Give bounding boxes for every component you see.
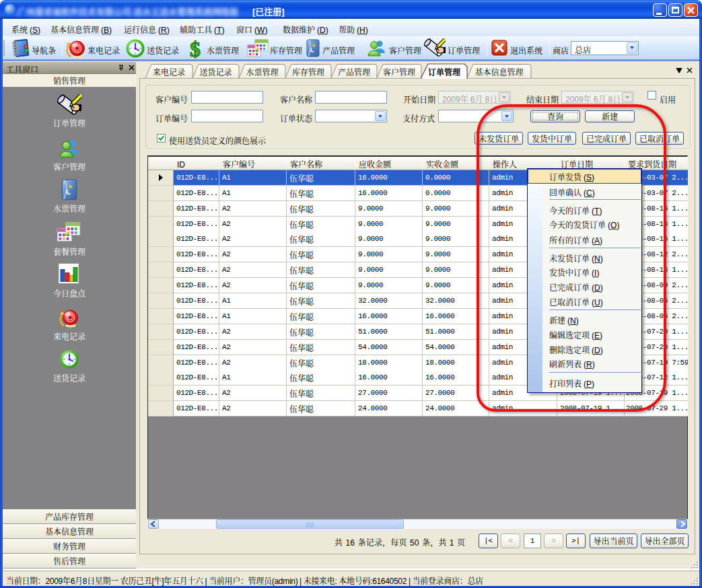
svg-text:$: $	[190, 38, 201, 59]
